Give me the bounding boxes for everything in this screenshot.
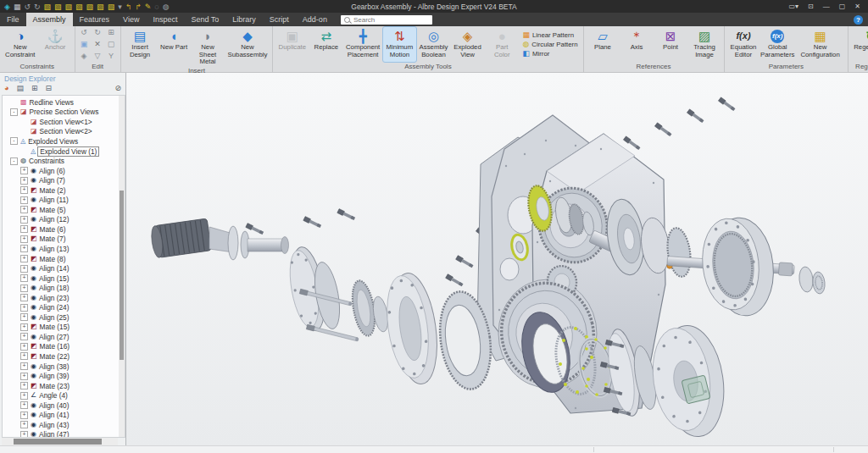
tree-expander[interactable]: +: [20, 421, 28, 428]
ribbon-button[interactable]: f(x) Global Parameters: [761, 27, 794, 62]
tree-item[interactable]: + ◩ Mate (22): [3, 351, 119, 362]
help-button[interactable]: ?: [854, 15, 863, 25]
tree-expander[interactable]: +: [20, 392, 28, 400]
tree-expander[interactable]: +: [20, 285, 28, 292]
input-bearing-stack[interactable]: [348, 279, 390, 337]
tree-expander[interactable]: +: [20, 235, 28, 243]
tree-item[interactable]: + ◉ Align (25): [3, 312, 119, 323]
ribbon-button[interactable]: ⇅ Minimum Motion: [383, 27, 416, 62]
ribbon-button[interactable]: ＊ Axis: [620, 27, 654, 62]
tree-expander[interactable]: +: [20, 274, 28, 282]
tree-item[interactable]: + ◩ Mate (7): [3, 235, 119, 245]
tree-item[interactable]: + ◩ Mate (2): [3, 185, 119, 196]
popout-icon[interactable]: ⊡: [808, 3, 814, 11]
tree-expander[interactable]: +: [20, 313, 28, 321]
tree-expander[interactable]: -: [10, 108, 18, 116]
view-front-icon[interactable]: ▧: [44, 3, 52, 11]
tree-expander[interactable]: +: [20, 216, 28, 224]
input-shaft-assembly[interactable]: [150, 218, 289, 260]
tree-expander[interactable]: +: [20, 245, 28, 252]
ribbon-button[interactable]: ◗ New Sheet Metal: [192, 27, 225, 66]
tree-item[interactable]: + ◉ Align (23): [3, 293, 119, 303]
tree-expander[interactable]: +: [20, 255, 28, 262]
tree-expander[interactable]: +: [20, 294, 28, 301]
display-mode-icon[interactable]: ▤: [16, 84, 24, 93]
tree-item[interactable]: + ◉ Align (13): [3, 244, 119, 254]
tree-item[interactable]: ◬ Exploded View (1): [3, 146, 119, 157]
tree-item[interactable]: + ◉ Align (14): [3, 263, 119, 273]
save-icon[interactable]: ▦: [14, 3, 21, 11]
view-bottom-icon[interactable]: ▧: [97, 3, 104, 11]
tree-item[interactable]: + ◉ Align (24): [3, 302, 119, 312]
rotate-right-icon[interactable]: ↱: [135, 3, 142, 11]
3d-viewport[interactable]: [126, 73, 868, 445]
tree-expander[interactable]: +: [20, 323, 28, 331]
menu-tab[interactable]: Send To: [184, 13, 225, 26]
tree-item[interactable]: ◪ Section View<1>: [3, 117, 119, 127]
select-icon[interactable]: ▣: [78, 39, 91, 50]
filter-icon[interactable]: Y: [105, 51, 118, 62]
minimize-button[interactable]: —: [823, 3, 830, 11]
menu-tab[interactable]: Library: [225, 13, 263, 26]
undo-icon[interactable]: ↺: [78, 27, 91, 38]
tree-expander[interactable]: +: [20, 343, 28, 351]
tree-expander[interactable]: -: [10, 157, 18, 165]
appearance-icon[interactable]: ◕: [4, 84, 8, 93]
ribbon-button[interactable]: ◎ Assembly Boolean: [417, 27, 450, 62]
tree-item[interactable]: + ∠ Angle (4): [3, 390, 119, 401]
tree-expander[interactable]: +: [20, 265, 28, 273]
ribbon-button[interactable]: ⊠ Point: [654, 27, 687, 62]
ribbon-button[interactable]: ╋ Component Placement: [343, 27, 382, 62]
input-flange-stack[interactable]: [285, 245, 359, 342]
menu-tab[interactable]: File: [0, 13, 26, 26]
workspace-icon[interactable]: ⊟: [46, 84, 53, 93]
properties-icon[interactable]: ⊞: [105, 27, 118, 38]
ribbon-button[interactable]: ◑ New Constraint: [3, 27, 38, 62]
menu-tab[interactable]: Features: [73, 13, 117, 26]
tree-expander[interactable]: +: [20, 177, 28, 185]
tree-item[interactable]: + ◩ Mate (16): [3, 342, 119, 352]
ribbon-button[interactable]: ◖ New Part: [158, 27, 191, 66]
tree-item[interactable]: ▩ Redline Views: [3, 97, 119, 108]
tree-item[interactable]: + ◉ Align (41): [3, 411, 119, 421]
tree-item[interactable]: + ◉ Align (6): [3, 166, 119, 176]
restore-button[interactable]: ▢: [839, 3, 846, 11]
ribbon-button[interactable]: ◈ Exploded View: [451, 27, 484, 62]
tree-item[interactable]: + ◉ Align (27): [3, 332, 119, 342]
view-dropdown-icon[interactable]: ▾: [118, 3, 122, 11]
ribbon-button[interactable]: ⇄ Replace: [309, 27, 342, 62]
ribbon-button[interactable]: ◆ New Subassembly: [225, 27, 270, 66]
tree-expander[interactable]: +: [20, 196, 28, 204]
view-iso-icon[interactable]: ▧: [108, 3, 115, 11]
tree-expander[interactable]: +: [20, 186, 28, 194]
show-panel-icon[interactable]: ⊞: [31, 84, 38, 93]
auto-hide-icon[interactable]: ⊘: [114, 84, 121, 93]
tree-horizontal-scrollbar[interactable]: [2, 438, 118, 445]
tree-item[interactable]: + ◉ Align (40): [3, 401, 119, 411]
ribbon-list-button[interactable]: ◍ Circular Pattern: [522, 41, 577, 48]
tree-item[interactable]: + ◉ Align (15): [3, 273, 119, 284]
tree-item[interactable]: - ◪ Precise Section Views: [3, 108, 119, 118]
tree-item[interactable]: - ◍ Constraints: [3, 156, 119, 166]
menu-tab[interactable]: Assembly: [26, 13, 73, 26]
view-top-icon[interactable]: ▧: [86, 3, 94, 11]
ribbon-button[interactable]: ▨ Tracing Image: [688, 27, 721, 62]
redo-icon[interactable]: ↻: [92, 27, 104, 38]
tree-expander[interactable]: +: [20, 401, 28, 409]
tree-item[interactable]: + ◉ Align (38): [3, 362, 119, 372]
menu-tab[interactable]: View: [116, 13, 146, 26]
tree-item[interactable]: + ◉ Align (18): [3, 283, 119, 293]
tree-expander[interactable]: +: [20, 373, 28, 380]
tree-expander[interactable]: +: [20, 225, 28, 233]
menu-tab[interactable]: Inspect: [146, 13, 184, 26]
tree-item[interactable]: + ◉ Align (47): [3, 430, 119, 437]
tree-item[interactable]: + ◉ Align (43): [3, 420, 119, 430]
undo-icon[interactable]: ↺: [24, 3, 31, 11]
view-left-icon[interactable]: ▧: [65, 3, 73, 11]
tree-item[interactable]: + ◩ Mate (15): [3, 323, 119, 333]
ribbon-button[interactable]: ▣ Duplicate: [275, 27, 309, 62]
input-flange-ring[interactable]: [381, 270, 443, 387]
tree-expander[interactable]: +: [20, 352, 28, 360]
ribbon-button[interactable]: ⚓ Anchor: [39, 27, 72, 62]
ribbon-button[interactable]: f(x) Equation Editor: [727, 27, 760, 62]
